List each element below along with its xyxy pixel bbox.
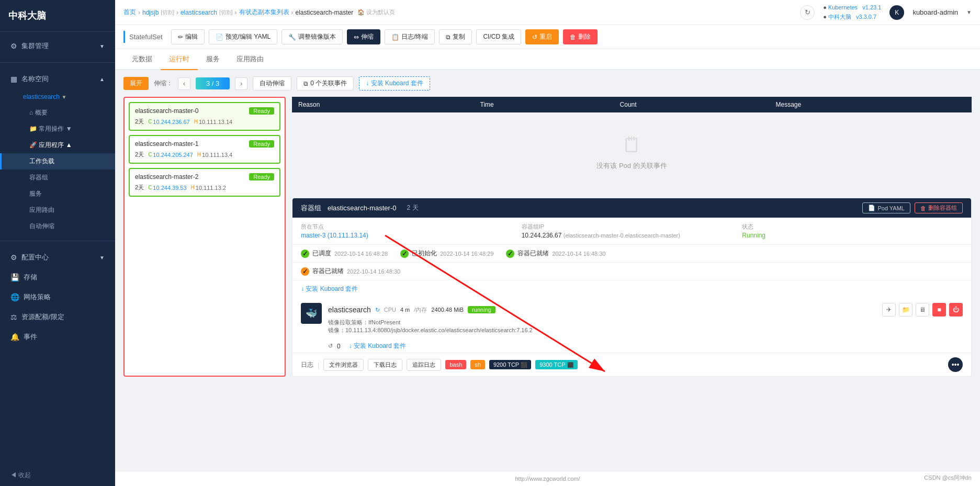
scale-button[interactable]: ⇔ 伸缩 [347, 29, 380, 44]
container-ready-badge: ✓ [506, 250, 514, 258]
sidebar-item-common-ops[interactable]: 📁 常用操作 ▼ [0, 121, 115, 137]
breadcrumb: 首页 › hdjsjb [切割] › elasticsearch [切割] › … [123, 8, 395, 17]
sidebar-item-cluster-mgmt[interactable]: ⚙ 集群管理 ▼ [0, 36, 115, 56]
hdjsjb-tag[interactable]: [切割] [161, 9, 174, 16]
events-button[interactable]: ⧉ 0 个关联事件 [297, 76, 354, 91]
cicd-button[interactable]: CI/CD 集成 [476, 29, 521, 44]
pod-card-2[interactable]: elasticsearch-master-2 Ready 2天 C 10.244… [129, 168, 280, 197]
node-icon-0: H [194, 119, 198, 125]
container-stop-icon[interactable]: ■ [932, 303, 946, 317]
container-file-icon[interactable]: 📁 [899, 303, 913, 317]
container-power-icon[interactable]: ⏻ [949, 303, 963, 317]
pod-ip-0: C 10.244.236.67 [148, 118, 190, 126]
footer-credit: CSDN @cs阿坤dn [924, 474, 972, 482]
auto-scale-button[interactable]: 自动伸缩 [253, 76, 291, 91]
sidebar-item-workload[interactable]: 工作负载 [0, 153, 115, 169]
container-docker-icon: 🐳 [301, 303, 322, 324]
bash-button[interactable]: bash [445, 360, 466, 369]
sidebar-item-network-policy[interactable]: 🌐 网络策略 [0, 287, 115, 307]
ip-icon-1: C [148, 152, 152, 157]
delete-button[interactable]: 🗑 删除 [563, 29, 598, 44]
sidebar-item-container-group[interactable]: 容器组 [0, 169, 115, 186]
edit-button[interactable]: ✏ 编辑 [171, 29, 205, 44]
breadcrumb-hdjsjb[interactable]: hdjsjb [142, 9, 159, 16]
breadcrumb-elasticsearch[interactable]: elasticsearch [181, 9, 217, 16]
sidebar-item-namespace[interactable]: ▦ 名称空间 ▲ [0, 69, 115, 89]
pod-card-1[interactable]: elasticsearch-master-1 Ready 2天 C 10.244… [129, 135, 280, 164]
sidebar-item-config-center[interactable]: ⚙ 配置中心 ▼ [0, 247, 115, 267]
install-kuboard-button[interactable]: ↓ 安装 Kuboard 套件 [359, 76, 430, 91]
next-button[interactable]: › [235, 77, 247, 90]
scheduled-badge: ✓ [301, 250, 309, 258]
node-link[interactable]: master-3 (10.111.13.14) [301, 232, 522, 239]
restart-icon: ↺ [532, 33, 537, 41]
container-action-icons: ✈ 📁 🖥 ■ ⏻ [882, 303, 963, 317]
sidebar-collapse[interactable]: ◀ 收起 [0, 465, 115, 486]
refresh-button[interactable]: ↻ [800, 5, 815, 20]
refresh-container-icon[interactable]: ↻ [375, 307, 380, 313]
pod-ip-1: C 10.244.205.247 [148, 151, 193, 159]
sidebar-item-app-route[interactable]: 应用路由 [0, 202, 115, 218]
tab-metadata[interactable]: 元数据 [123, 49, 161, 70]
sidebar-item-auto-scale[interactable]: 自动伸缩 [0, 218, 115, 234]
prev-button[interactable]: ‹ [178, 77, 190, 90]
adjust-image-button[interactable]: 🔧 调整镜像版本 [281, 29, 343, 44]
pod-controls: 展开 伸缩： ‹ 3 / 3 › 自动伸缩 ⧉ 0 个关联事件 ↓ 安装 Kub… [123, 76, 972, 91]
sidebar-item-storage[interactable]: 💾 存储 [0, 267, 115, 287]
namespace-label: 名称空间 [21, 74, 49, 84]
logs-row: 日志 | 文件浏览器 下载日志 追踪日志 bash sh 9200 TCP ⬛ [292, 353, 971, 376]
user-dropdown-icon[interactable]: ▼ [966, 9, 972, 15]
sidebar-item-overview[interactable]: ⌂ 概要 [0, 105, 115, 121]
container-monitor-icon[interactable]: 🖥 [916, 303, 929, 317]
sidebar-item-events[interactable]: 🔔 事件 [0, 327, 115, 347]
expand-button[interactable]: 展开 [123, 77, 149, 90]
container-plane-icon[interactable]: ✈ [882, 303, 896, 317]
storage-label: 存储 [24, 273, 37, 282]
node-info-status: 状态 Running [742, 223, 963, 239]
trace-logs-button[interactable]: 追踪日志 [407, 359, 441, 371]
pod-age-1: 2天 [135, 151, 144, 159]
sidebar-item-resource-quota[interactable]: ⚖ 资源配额/限定 [0, 307, 115, 327]
tab-service[interactable]: 服务 [198, 49, 228, 70]
install-kuboard-link[interactable]: ↓ 安装 Kuboard 套件 [301, 285, 358, 292]
storage-icon: 💾 [10, 273, 19, 281]
sh-button[interactable]: sh [470, 360, 485, 369]
username[interactable]: kuboard-admin [913, 8, 958, 16]
port-9300-badge[interactable]: 9300 TCP ⬛ [535, 360, 577, 369]
pod-status-1: Ready [249, 140, 274, 148]
container-group-header: 容器组 elasticsearch-master-0 2 天 📄 Pod YAM… [292, 198, 971, 218]
logs-button[interactable]: 📋 日志/终端 [385, 29, 435, 44]
trash-icon: 🗑 [920, 205, 926, 211]
sidebar-item-app-program[interactable]: 🚀 应用程序 ▲ [0, 137, 115, 153]
sidebar-item-service[interactable]: 服务 [0, 186, 115, 202]
download-logs-button[interactable]: 下载日志 [368, 359, 402, 371]
sidebar: 中科大脑 ⚙ 集群管理 ▼ ▦ 名称空间 ▲ elasticsearch ▼ ⌂… [0, 0, 115, 486]
pod-card-0[interactable]: elasticsearch-master-0 Ready 2天 C 10.244… [129, 102, 280, 131]
restart-button[interactable]: ↺ 重启 [525, 29, 559, 44]
pod-node-0: H 10.111.13.14 [194, 118, 232, 126]
container-ip-value: 10.244.236.67 (elasticsearch-master-0.el… [522, 232, 742, 239]
port-icon-9200: ⬛ [521, 362, 527, 368]
install-row: ↓ 安装 Kuboard 套件 [292, 280, 971, 298]
tab-runtime[interactable]: 运行时 [161, 49, 198, 70]
container-image-value: 镜像：10.111.13.4:8080/jsjb/docker.elastic.… [328, 326, 963, 334]
breadcrumb-statefulset-list[interactable]: 有状态副本集列表 [239, 8, 289, 17]
install-kuboard-link-2[interactable]: ↓ 安装 Kuboard 套件 [349, 342, 406, 351]
initialized-badge: ✓ [400, 250, 409, 258]
port-9200-badge[interactable]: 9200 TCP ⬛ [489, 360, 531, 369]
default-page-btn[interactable]: 🏠 设为默认页 [357, 8, 395, 16]
copy-button[interactable]: ⧉ 复制 [439, 29, 472, 44]
delete-container-group-button[interactable]: 🗑 删除容器组 [915, 202, 963, 213]
sidebar-namespace-elasticsearch[interactable]: elasticsearch ▼ [0, 89, 115, 105]
view-yaml-button[interactable]: 📄 预览/编辑 YAML [209, 29, 277, 44]
pod-yaml-button[interactable]: 📄 Pod YAML [862, 202, 910, 213]
yaml-icon: 📄 [216, 33, 223, 41]
pod-name-2: elasticsearch-master-2 [135, 173, 198, 180]
ip-icon-2: C [148, 185, 152, 190]
breadcrumb-home[interactable]: 首页 [123, 8, 136, 17]
tab-app-route[interactable]: 应用路由 [228, 49, 272, 70]
more-button[interactable]: ••• [948, 357, 963, 372]
es-tag[interactable]: [切割] [219, 9, 233, 16]
footer: http://www.zgcworld.com/ CSDN @cs阿坤dn [115, 471, 980, 486]
file-browser-button[interactable]: 文件浏览器 [323, 359, 364, 371]
